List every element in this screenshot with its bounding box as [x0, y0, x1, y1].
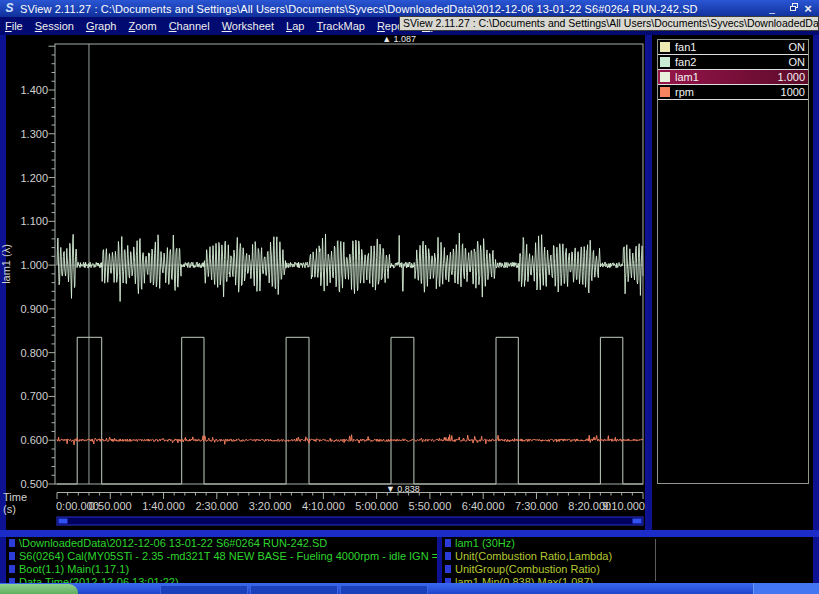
status-line: Data Time(2012-12-06 13:01:22): [6, 576, 437, 583]
channel-row-fan1[interactable]: fan1 ON: [658, 40, 808, 55]
svg-text:0.500: 0.500: [20, 478, 48, 490]
taskbar-button[interactable]: [250, 585, 338, 594]
svg-text:Time: Time: [3, 491, 27, 503]
status-text: UnitGroup(Combustion Ratio): [455, 563, 600, 575]
lam1-color-swatch: [660, 72, 670, 82]
svg-text:4:10.000: 4:10.000: [302, 500, 345, 512]
status-line: \DownloadedData\2012-12-06 13-01-22 S6#0…: [6, 537, 437, 550]
menu-file[interactable]: File: [2, 20, 26, 32]
minimize-icon[interactable]: _: [766, 3, 778, 15]
title-bar[interactable]: S SView 2.11.27 : C:\Documents and Setti…: [0, 0, 819, 17]
status-text: \DownloadedData\2012-12-06 13-01-22 S6#0…: [19, 537, 327, 549]
status-line: lam1 Min(0.838) Max(1.087): [442, 576, 813, 583]
status-line: Unit(Combustion Ratio,Lambda): [442, 550, 813, 563]
channel-info-panel: lam1 (30Hz) Unit(Combustion Ratio,Lambda…: [442, 537, 813, 583]
taskbar-button[interactable]: [160, 585, 248, 594]
svg-text:5:50.000: 5:50.000: [408, 500, 451, 512]
fan2-color-swatch: [660, 57, 670, 67]
fan1-color-swatch: [660, 42, 670, 52]
svg-text:0.700: 0.700: [20, 390, 48, 402]
title-tooltip: SView 2.11.27 : C:\Documents and Setting…: [399, 16, 819, 31]
bullet-icon: [9, 565, 15, 573]
status-line: lam1 (30Hz): [442, 537, 813, 550]
sview-window: S SView 2.11.27 : C:\Documents and Setti…: [0, 0, 819, 594]
channel-row-rpm[interactable]: rpm 1000: [658, 85, 808, 100]
bullet-icon: [445, 552, 451, 560]
svg-text:9:10.000: 9:10.000: [602, 500, 645, 512]
bullet-icon: [9, 552, 15, 560]
channel-value: 1000: [781, 86, 805, 98]
svg-text:1:40.000: 1:40.000: [142, 500, 185, 512]
menu-graph[interactable]: Graph: [83, 20, 120, 32]
rpm-color-swatch: [660, 87, 670, 97]
svg-text:2:30.000: 2:30.000: [195, 500, 238, 512]
status-line: S6(0264) Cal(MY05STi - 2.35 -md321T 48 N…: [6, 550, 437, 563]
bullet-icon: [9, 539, 15, 547]
bullet-icon: [445, 539, 451, 547]
status-text: Boot(1.1) Main(1.17.1): [19, 563, 129, 575]
svg-text:(s): (s): [3, 503, 16, 515]
channel-value: ON: [789, 56, 806, 68]
close-icon[interactable]: ×: [802, 3, 814, 15]
svg-text:1.300: 1.300: [20, 128, 48, 140]
channel-name: fan2: [675, 56, 789, 68]
svg-text:6:40.000: 6:40.000: [462, 500, 505, 512]
svg-text:0.800: 0.800: [20, 347, 48, 359]
menu-lap[interactable]: Lap: [283, 20, 307, 32]
restore-icon[interactable]: [784, 3, 796, 15]
channel-list: fan1 ON fan2 ON lam1 1.000 rpm 1000: [657, 39, 809, 484]
svg-text:▼ 0.838: ▼ 0.838: [386, 484, 420, 494]
svg-text:1.100: 1.100: [20, 215, 48, 227]
channel-value: 1.000: [777, 71, 805, 83]
menu-session[interactable]: Session: [32, 20, 77, 32]
svg-text:1.400: 1.400: [20, 84, 48, 96]
menu-zoom[interactable]: Zoom: [125, 20, 159, 32]
menu-trackmap[interactable]: TrackMap: [313, 20, 368, 32]
svg-text:1.000: 1.000: [20, 259, 48, 271]
bullet-icon: [445, 565, 451, 573]
channel-value: ON: [789, 41, 806, 53]
status-text: S6(0264) Cal(MY05STi - 2.35 -md321T 48 N…: [19, 550, 437, 562]
start-button[interactable]: [0, 584, 78, 594]
app-icon: S: [3, 2, 16, 15]
svg-text:0.900: 0.900: [20, 303, 48, 315]
menu-worksheet[interactable]: Worksheet: [219, 20, 277, 32]
channel-name: fan1: [675, 41, 789, 53]
channel-row-fan2[interactable]: fan2 ON: [658, 55, 808, 70]
svg-text:3:20.000: 3:20.000: [249, 500, 292, 512]
status-text: lam1 Min(0.838) Max(1.087): [455, 576, 593, 583]
status-text: Unit(Combustion Ratio,Lambda): [455, 550, 612, 562]
system-tray[interactable]: [753, 583, 819, 594]
window-border-right: [813, 35, 819, 583]
channel-panel: fan1 ON fan2 ON lam1 1.000 rpm 1000: [652, 35, 813, 530]
svg-text:7:30.000: 7:30.000: [515, 500, 558, 512]
svg-text:0.600: 0.600: [20, 434, 48, 446]
session-info-panel: \DownloadedData\2012-12-06 13-01-22 S6#0…: [6, 537, 437, 583]
window-title: SView 2.11.27 : C:\Documents and Setting…: [20, 3, 766, 15]
channel-row-lam1[interactable]: lam1 1.000: [658, 70, 808, 85]
svg-text:▲ 1.087: ▲ 1.087: [382, 35, 416, 44]
status-line: UnitGroup(Combustion Ratio): [442, 563, 813, 576]
window-border-bottom: [0, 530, 819, 537]
status-text: Data Time(2012-12-06 13:01:22): [19, 576, 179, 583]
channel-name: lam1: [675, 71, 777, 83]
status-text: lam1 (30Hz): [455, 537, 515, 549]
channel-name: rpm: [675, 86, 781, 98]
svg-text:lam1 (λ): lam1 (λ): [0, 244, 12, 284]
svg-text:5:00.000: 5:00.000: [355, 500, 398, 512]
svg-text:0:50.000: 0:50.000: [89, 500, 132, 512]
status-column-divider: [655, 539, 656, 581]
taskbar-button[interactable]: [340, 585, 428, 594]
status-line: Boot(1.1) Main(1.17.1): [6, 563, 437, 576]
menu-channel[interactable]: Channel: [166, 20, 213, 32]
chart-canvas[interactable]: 0.5000.6000.7000.8000.9001.0001.1001.200…: [0, 35, 655, 530]
svg-text:1.200: 1.200: [20, 172, 48, 184]
taskbar[interactable]: [0, 583, 819, 594]
